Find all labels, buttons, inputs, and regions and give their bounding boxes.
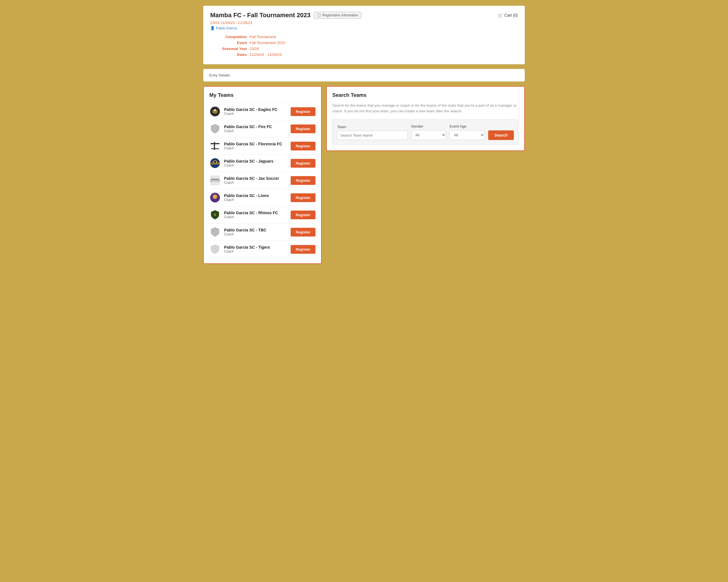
register-button[interactable]: Register bbox=[291, 176, 315, 185]
list-item: R Pablo Garcia SC - Rhinos FC Coach Regi… bbox=[209, 206, 315, 223]
register-button[interactable]: Register bbox=[291, 142, 315, 150]
shield-gray-icon bbox=[210, 227, 220, 237]
list-item: Pablo Garcia SC - Tigers Coach Register bbox=[209, 241, 315, 258]
cart-icon: 🛒 bbox=[498, 13, 503, 18]
team-name: Pablo Garcia SC - Florencia FC bbox=[224, 142, 287, 146]
cart-button[interactable]: 🛒 Cart (0) bbox=[498, 13, 518, 18]
florencia-icon bbox=[210, 141, 220, 151]
team-name: Pablo Garcia SC - Jax Soccer bbox=[224, 176, 287, 181]
team-logo-tigers bbox=[209, 244, 220, 255]
info-row-seasonal-year: Seasonal Year 23/24 bbox=[210, 47, 518, 51]
team-info: Pablo Garcia SC - Fire FC Coach bbox=[224, 124, 287, 133]
rhinos-icon: R bbox=[210, 210, 220, 220]
team-logo-florencia bbox=[209, 140, 220, 152]
svg-point-16 bbox=[214, 195, 216, 197]
team-name: Pablo Garcia SC - Eagles FC bbox=[224, 107, 287, 112]
my-teams-title: My Teams bbox=[209, 92, 315, 98]
team-name: Pablo Garcia SC - Rhinos FC bbox=[224, 210, 287, 215]
user-link[interactable]: 👤 Pablo Garcia bbox=[210, 26, 518, 30]
register-button[interactable]: Register bbox=[291, 245, 315, 254]
user-icon: 👤 bbox=[210, 26, 215, 30]
header-card: Mamba FC - Fall Tournament 2023 i Regist… bbox=[203, 6, 525, 65]
search-form: Team Gender All Male Female Coed Even bbox=[332, 119, 519, 145]
team-info: Pablo Garcia SC - TBC Coach bbox=[224, 228, 287, 236]
register-button[interactable]: Register bbox=[291, 159, 315, 168]
svg-text:R: R bbox=[214, 213, 216, 217]
team-info: Pablo Garcia SC - Florencia FC Coach bbox=[224, 142, 287, 150]
register-button[interactable]: Register bbox=[291, 124, 315, 133]
team-info: Pablo Garcia SC - Jax Soccer Coach bbox=[224, 176, 287, 184]
age-label: Event Age bbox=[449, 124, 485, 128]
team-name: Pablo Garcia SC - Lions bbox=[224, 193, 287, 198]
register-button[interactable]: Register bbox=[291, 193, 315, 202]
seasonal-year-label: Seasonal Year bbox=[210, 47, 247, 51]
info-row-competition: Competition Fall Tournament bbox=[210, 35, 518, 39]
jax-icon: Jacksonville bbox=[210, 175, 220, 185]
team-role: Coach bbox=[224, 232, 287, 236]
lions-icon bbox=[210, 193, 220, 203]
seasonal-year-value: 23/24 bbox=[250, 47, 259, 51]
team-info: Pablo Garcia SC - Lions Coach bbox=[224, 193, 287, 202]
age-select[interactable]: All U8 U9 U10 U11 U12 U13 U14 U15 U16 U1… bbox=[449, 130, 485, 140]
gender-select[interactable]: All Male Female Coed bbox=[411, 130, 446, 140]
team-list: Pablo Garcia SC - Eagles FC Coach Regist… bbox=[209, 103, 315, 258]
register-button[interactable]: Register bbox=[291, 210, 315, 219]
team-logo-jax: Jacksonville bbox=[209, 175, 220, 186]
eagles-logo-icon bbox=[210, 106, 220, 117]
header-title-group: Mamba FC - Fall Tournament 2023 i Regist… bbox=[210, 11, 361, 19]
team-info: Pablo Garcia SC - Rhinos FC Coach bbox=[224, 210, 287, 219]
info-table: Competition Fall Tournament Event Fall T… bbox=[210, 35, 518, 57]
header-dates: 23/24 11/24/23 - 11/26/23 bbox=[210, 21, 518, 25]
entry-details-bar: Entry Details bbox=[203, 69, 525, 81]
svg-point-9 bbox=[214, 161, 216, 163]
team-role: Coach bbox=[224, 112, 287, 116]
list-item: Pablo Garcia SC - Fire FC Coach Register bbox=[209, 120, 315, 137]
list-item: Pablo Garcia SC - Lions Coach Register bbox=[209, 189, 315, 206]
list-item: Pablo Garcia SC - TBC Coach Register bbox=[209, 223, 315, 241]
dates-value: 11/24/23 - 11/26/23 bbox=[250, 52, 282, 57]
team-role: Coach bbox=[224, 163, 287, 168]
info-row-event: Event Fall Tournament 2023 bbox=[210, 41, 518, 45]
list-item: Pablo Garcia SC - Florencia FC Coach Reg… bbox=[209, 137, 315, 154]
team-info: Pablo Garcia SC - Tigers Coach bbox=[224, 245, 287, 253]
event-label: Event bbox=[210, 41, 247, 45]
team-field-group: Team bbox=[337, 125, 408, 140]
shield-icon bbox=[210, 124, 220, 134]
team-logo-tbc bbox=[209, 226, 220, 238]
team-name: Pablo Garcia SC - Fire FC bbox=[224, 124, 287, 129]
competition-value: Fall Tournament bbox=[250, 35, 276, 39]
registration-info-button[interactable]: i Registration Information bbox=[314, 12, 361, 19]
team-logo-jaguars: JAGUARS bbox=[209, 157, 220, 169]
register-button[interactable]: Register bbox=[291, 228, 315, 236]
main-content: My Teams Pablo Garcia SC - Eagles FC Coa… bbox=[203, 86, 525, 264]
search-team-input[interactable] bbox=[337, 131, 408, 140]
info-icon: i bbox=[317, 13, 321, 17]
my-teams-card: My Teams Pablo Garcia SC - Eagles FC Coa… bbox=[203, 86, 322, 264]
shield-light-icon bbox=[210, 244, 220, 254]
team-logo-rhinos: R bbox=[209, 209, 220, 221]
info-row-dates: Dates 11/24/23 - 11/26/23 bbox=[210, 52, 518, 57]
team-label: Team bbox=[337, 125, 408, 129]
team-name: Pablo Garcia SC - Tigers bbox=[224, 245, 287, 250]
team-logo-eagles bbox=[209, 106, 220, 117]
dates-label: Dates bbox=[210, 52, 247, 57]
search-teams-card: Search Teams Search for the teams that y… bbox=[326, 86, 525, 151]
team-info: Pablo Garcia SC - Jaguars Coach bbox=[224, 159, 287, 168]
team-logo-lions bbox=[209, 192, 220, 203]
list-item: JAGUARS Pablo Garcia SC - Jaguars Coach … bbox=[209, 154, 315, 172]
team-role: Coach bbox=[224, 181, 287, 184]
team-role: Coach bbox=[224, 250, 287, 253]
event-value: Fall Tournament 2023 bbox=[250, 41, 285, 45]
search-description: Search for the teams that you manage or … bbox=[332, 103, 519, 114]
gender-label: Gender bbox=[411, 124, 446, 128]
page-title: Mamba FC - Fall Tournament 2023 bbox=[210, 11, 310, 19]
jaguars-icon: JAGUARS bbox=[210, 158, 220, 168]
register-button[interactable]: Register bbox=[291, 107, 315, 116]
team-role: Coach bbox=[224, 146, 287, 150]
page-wrapper: Mamba FC - Fall Tournament 2023 i Regist… bbox=[203, 6, 525, 264]
team-name: Pablo Garcia SC - Jaguars bbox=[224, 159, 287, 163]
list-item: Jacksonville Pablo Garcia SC - Jax Socce… bbox=[209, 172, 315, 189]
search-button[interactable]: Search bbox=[488, 130, 514, 140]
list-item: Pablo Garcia SC - Eagles FC Coach Regist… bbox=[209, 103, 315, 120]
team-role: Coach bbox=[224, 129, 287, 133]
